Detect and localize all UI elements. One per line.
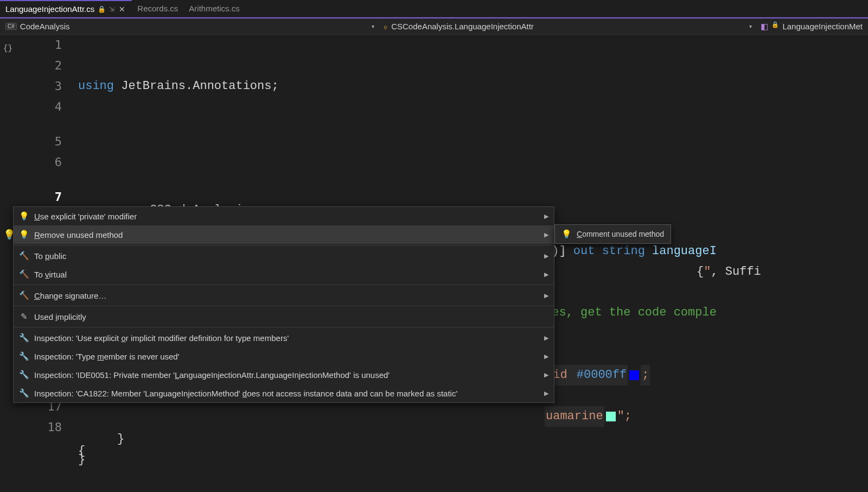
color-swatch-aqua <box>605 411 616 422</box>
comment: tes, get the code comple <box>545 302 717 323</box>
menu-item-label: To virtual <box>34 270 67 279</box>
line-number: 7 <box>55 187 62 207</box>
tab-records[interactable]: Records.cs <box>132 0 183 17</box>
pencil-icon: ✎ <box>19 312 29 321</box>
menu-item-label: Inspection: 'CA1822: Member 'LanguageInj… <box>34 389 457 398</box>
csharp-badge-icon: C# <box>5 23 17 30</box>
chevron-right-icon: ▶ <box>544 390 548 397</box>
line-number: 4 <box>55 97 62 117</box>
menu-separator <box>14 306 554 306</box>
menu-item-label: Inspection: 'Use explicit or implicit mo… <box>34 333 289 343</box>
line-number: 18 <box>48 417 62 438</box>
quick-actions-menu: 💡Use explicit 'private' modifier▶💡Remove… <box>13 206 554 403</box>
wrench-icon: 🔧 <box>19 370 29 380</box>
keyword: out <box>573 241 595 262</box>
close-icon[interactable]: ✕ <box>118 5 126 14</box>
line-number: 6 <box>55 152 62 173</box>
tab-language-injection[interactable]: LanguageInjectionAttr.cs 🔒 ⇲ ✕ <box>0 0 132 17</box>
tab-label: Arithmetics.cs <box>189 4 239 13</box>
menu-separator <box>14 245 554 245</box>
string: ; <box>641 365 650 386</box>
chevron-right-icon: ▶ <box>544 253 548 260</box>
nav-scope-label: CodeAnalysis <box>20 22 70 31</box>
hammer-icon: 🔨 <box>19 291 29 300</box>
menu-item-label: Use explicit 'private' modifier <box>34 212 137 221</box>
chevron-right-icon: ▶ <box>544 371 548 379</box>
editor-tab-bar: LanguageInjectionAttr.cs 🔒 ⇲ ✕ Records.c… <box>0 0 868 17</box>
color-swatch-blue <box>629 370 640 381</box>
menu-item[interactable]: 🔧Inspection: 'Type member is never used'… <box>14 347 554 365</box>
chevron-right-icon: ▶ <box>544 271 548 278</box>
code-text: JetBrains.Annotations; <box>114 76 279 97</box>
menu-item-label: Remove unused method <box>34 230 123 239</box>
lock-icon: 🔒 <box>98 5 106 13</box>
wrench-icon: 🔧 <box>19 333 29 343</box>
menu-item-label: Inspection: 'IDE0051: Private member 'La… <box>34 370 390 380</box>
wrench-icon: 🔧 <box>19 351 29 361</box>
chevron-down-icon: ▾ <box>749 23 752 29</box>
menu-item[interactable]: 🔨Change signature…▶ <box>14 286 554 305</box>
menu-item-label: Comment unused method <box>577 230 664 238</box>
menu-item[interactable]: 🔨To public▶ <box>14 247 554 265</box>
nav-member[interactable]: ◧ 🔒 LanguageInjectionMet <box>758 21 865 33</box>
class-icon: ⬨ <box>383 22 388 31</box>
menu-separator <box>14 285 554 285</box>
line-number: 3 <box>55 76 62 97</box>
bulb-icon: 💡 <box>19 230 29 239</box>
brace: } <box>78 450 85 470</box>
brace: } <box>117 429 124 450</box>
nav-class-label: CSCodeAnalysis.LanguageInjectionAttr <box>391 22 534 31</box>
nav-scope[interactable]: C# CodeAnalysis ▾ <box>3 21 376 32</box>
menu-item[interactable]: 🔧Inspection: 'IDE0051: Private member 'L… <box>14 365 554 384</box>
menu-separator <box>14 327 554 327</box>
menu-item[interactable]: 🔨To virtual▶ <box>14 265 554 283</box>
quick-actions-submenu: 💡 Comment unused method <box>554 224 671 244</box>
menu-item-label: Used implicitly <box>34 312 86 321</box>
chevron-right-icon: ▶ <box>544 335 548 342</box>
chevron-right-icon: ▶ <box>544 292 548 299</box>
submenu-comment-unused[interactable]: 💡 Comment unused method <box>555 225 671 243</box>
nav-member-label: LanguageInjectionMet <box>782 22 863 31</box>
lock-icon: 🔒 <box>771 21 779 28</box>
menu-item[interactable]: ✎Used implicitly <box>14 307 554 326</box>
chevron-right-icon: ▶ <box>544 213 548 220</box>
string: "; <box>617 406 631 427</box>
bulb-icon: 💡 <box>19 211 29 221</box>
line-number: 1 <box>55 35 62 55</box>
menu-item-label: Inspection: 'Type member is never used' <box>34 352 180 361</box>
hammer-icon: 🔨 <box>19 251 29 261</box>
method-icon: ◧ <box>761 22 768 31</box>
line-number: 2 <box>55 55 62 76</box>
menu-item[interactable]: 💡Use explicit 'private' modifier▶ <box>14 207 554 225</box>
chevron-right-icon: ▶ <box>544 231 548 238</box>
menu-item[interactable]: 💡Remove unused method▶ <box>14 225 554 244</box>
color-value: #0000ff <box>576 365 628 386</box>
menu-item-label: Change signature… <box>34 291 106 300</box>
menu-item[interactable]: 🔧Inspection: 'Use explicit or implicit m… <box>14 329 554 347</box>
brace: { <box>697 262 704 282</box>
nav-class[interactable]: ⬨ CSCodeAnalysis.LanguageInjectionAttr ▾ <box>381 21 754 32</box>
navigation-bar: C# CodeAnalysis ▾ ⬨ CSCodeAnalysis.Langu… <box>0 18 868 35</box>
string: uamarine <box>545 406 604 427</box>
wrench-icon: 🔧 <box>19 388 29 398</box>
lightbulb-icon: 💡 <box>561 229 571 239</box>
pin-icon[interactable]: ⇲ <box>109 5 114 13</box>
tab-label: Records.cs <box>137 4 178 13</box>
string: " <box>704 262 711 282</box>
line-number: 5 <box>55 131 62 152</box>
tab-label: LanguageInjectionAttr.cs <box>5 4 94 14</box>
tab-arithmetics[interactable]: Arithmetics.cs <box>183 0 245 17</box>
hammer-icon: 🔨 <box>19 269 29 279</box>
keyword: using <box>78 76 114 97</box>
braces-icon: {} <box>3 38 12 59</box>
menu-item[interactable]: 🔧Inspection: 'CA1822: Member 'LanguageIn… <box>14 384 554 402</box>
chevron-down-icon: ▾ <box>372 23 374 29</box>
keyword: string <box>602 241 645 262</box>
chevron-right-icon: ▶ <box>544 353 548 360</box>
menu-item-label: To public <box>34 251 66 261</box>
identifier: languageI <box>652 241 717 262</box>
code-text: , Suffi <box>711 262 761 282</box>
